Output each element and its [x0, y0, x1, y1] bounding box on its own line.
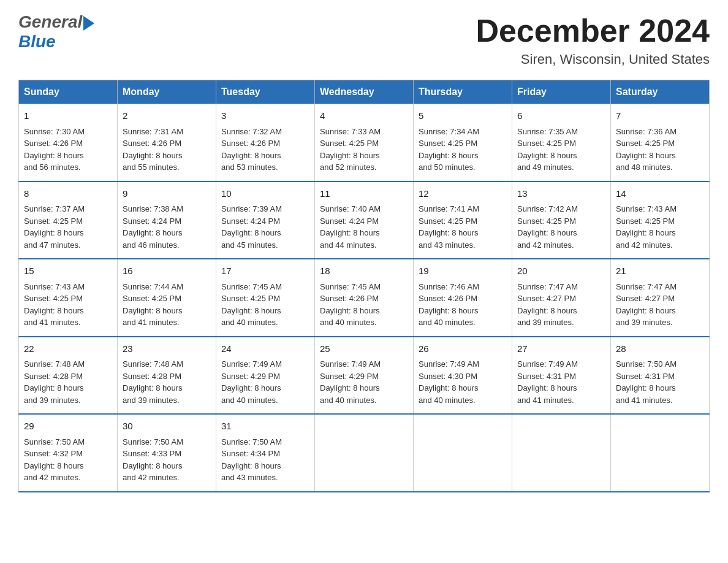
- day-info: Sunrise: 7:43 AM Sunset: 4:25 PM Dayligh…: [616, 204, 677, 250]
- day-number: 14: [616, 187, 704, 201]
- day-header-monday: Monday: [118, 80, 216, 104]
- calendar-cell: 18 Sunrise: 7:45 AM Sunset: 4:26 PM Dayl…: [315, 259, 414, 337]
- calendar-cell: 8 Sunrise: 7:37 AM Sunset: 4:25 PM Dayli…: [19, 182, 118, 259]
- day-info: Sunrise: 7:40 AM Sunset: 4:24 PM Dayligh…: [320, 204, 381, 250]
- calendar-cell: [414, 414, 512, 492]
- day-info: Sunrise: 7:38 AM Sunset: 4:24 PM Dayligh…: [123, 204, 183, 250]
- calendar-cell: 13 Sunrise: 7:42 AM Sunset: 4:25 PM Dayl…: [512, 182, 611, 259]
- calendar-cell: 14 Sunrise: 7:43 AM Sunset: 4:25 PM Dayl…: [611, 182, 710, 259]
- days-of-week-row: SundayMondayTuesdayWednesdayThursdayFrid…: [19, 80, 710, 104]
- day-info: Sunrise: 7:42 AM Sunset: 4:25 PM Dayligh…: [517, 204, 578, 250]
- day-number: 26: [419, 342, 507, 356]
- day-number: 19: [419, 264, 507, 278]
- day-info: Sunrise: 7:30 AM Sunset: 4:26 PM Dayligh…: [24, 127, 85, 172]
- day-info: Sunrise: 7:46 AM Sunset: 4:26 PM Dayligh…: [419, 282, 479, 327]
- page-header: General Blue December 2024 Siren, Wiscon…: [18, 12, 710, 67]
- calendar-cell: 12 Sunrise: 7:41 AM Sunset: 4:25 PM Dayl…: [414, 182, 512, 259]
- day-header-wednesday: Wednesday: [315, 80, 414, 104]
- calendar-cell: [315, 414, 414, 492]
- calendar-cell: 16 Sunrise: 7:44 AM Sunset: 4:25 PM Dayl…: [118, 259, 216, 337]
- day-number: 11: [320, 187, 408, 201]
- calendar-week-2: 8 Sunrise: 7:37 AM Sunset: 4:25 PM Dayli…: [19, 182, 710, 259]
- calendar-cell: 26 Sunrise: 7:49 AM Sunset: 4:30 PM Dayl…: [414, 337, 512, 415]
- day-number: 25: [320, 342, 408, 356]
- day-info: Sunrise: 7:39 AM Sunset: 4:24 PM Dayligh…: [221, 204, 282, 250]
- calendar-cell: 9 Sunrise: 7:38 AM Sunset: 4:24 PM Dayli…: [118, 182, 216, 259]
- day-info: Sunrise: 7:50 AM Sunset: 4:34 PM Dayligh…: [221, 437, 282, 483]
- main-title: December 2024: [476, 12, 710, 49]
- calendar-cell: 3 Sunrise: 7:32 AM Sunset: 4:26 PM Dayli…: [216, 104, 315, 182]
- calendar-cell: 19 Sunrise: 7:46 AM Sunset: 4:26 PM Dayl…: [414, 259, 512, 337]
- calendar-cell: [611, 414, 710, 492]
- day-info: Sunrise: 7:45 AM Sunset: 4:25 PM Dayligh…: [221, 282, 282, 327]
- day-number: 3: [221, 109, 309, 123]
- day-info: Sunrise: 7:36 AM Sunset: 4:25 PM Dayligh…: [616, 127, 677, 172]
- day-info: Sunrise: 7:50 AM Sunset: 4:31 PM Dayligh…: [616, 359, 677, 405]
- day-number: 12: [419, 187, 507, 201]
- logo: General Blue: [18, 12, 95, 52]
- day-number: 6: [517, 109, 605, 123]
- day-number: 7: [616, 109, 704, 123]
- day-number: 23: [123, 342, 211, 356]
- day-number: 13: [517, 187, 605, 201]
- day-number: 9: [123, 187, 211, 201]
- day-number: 29: [24, 419, 112, 434]
- calendar-week-3: 15 Sunrise: 7:43 AM Sunset: 4:25 PM Dayl…: [19, 259, 710, 337]
- day-number: 30: [123, 419, 211, 434]
- day-number: 31: [221, 419, 309, 434]
- day-info: Sunrise: 7:48 AM Sunset: 4:28 PM Dayligh…: [123, 359, 183, 405]
- calendar-cell: 15 Sunrise: 7:43 AM Sunset: 4:25 PM Dayl…: [19, 259, 118, 337]
- calendar-cell: 6 Sunrise: 7:35 AM Sunset: 4:25 PM Dayli…: [512, 104, 611, 182]
- logo-arrow-icon: [83, 16, 94, 31]
- calendar-cell: [512, 414, 611, 492]
- calendar-cell: 10 Sunrise: 7:39 AM Sunset: 4:24 PM Dayl…: [216, 182, 315, 259]
- calendar-cell: 25 Sunrise: 7:49 AM Sunset: 4:29 PM Dayl…: [315, 337, 414, 415]
- calendar-cell: 27 Sunrise: 7:49 AM Sunset: 4:31 PM Dayl…: [512, 337, 611, 415]
- day-info: Sunrise: 7:50 AM Sunset: 4:32 PM Dayligh…: [24, 437, 85, 483]
- day-header-tuesday: Tuesday: [216, 80, 315, 104]
- calendar-cell: 24 Sunrise: 7:49 AM Sunset: 4:29 PM Dayl…: [216, 337, 315, 415]
- calendar-cell: 1 Sunrise: 7:30 AM Sunset: 4:26 PM Dayli…: [19, 104, 118, 182]
- day-info: Sunrise: 7:44 AM Sunset: 4:25 PM Dayligh…: [123, 282, 183, 327]
- day-header-saturday: Saturday: [611, 80, 710, 104]
- logo-blue-text: Blue: [18, 32, 56, 51]
- day-header-friday: Friday: [512, 80, 611, 104]
- calendar-cell: 2 Sunrise: 7:31 AM Sunset: 4:26 PM Dayli…: [118, 104, 216, 182]
- calendar-cell: 5 Sunrise: 7:34 AM Sunset: 4:25 PM Dayli…: [414, 104, 512, 182]
- day-info: Sunrise: 7:34 AM Sunset: 4:25 PM Dayligh…: [419, 127, 479, 172]
- day-info: Sunrise: 7:47 AM Sunset: 4:27 PM Dayligh…: [616, 282, 677, 327]
- day-number: 5: [419, 109, 507, 123]
- day-info: Sunrise: 7:49 AM Sunset: 4:31 PM Dayligh…: [517, 359, 578, 405]
- subtitle: Siren, Wisconsin, United States: [476, 52, 710, 67]
- calendar-table: SundayMondayTuesdayWednesdayThursdayFrid…: [18, 80, 710, 492]
- day-info: Sunrise: 7:35 AM Sunset: 4:25 PM Dayligh…: [517, 127, 578, 172]
- day-number: 24: [221, 342, 309, 356]
- calendar-header: SundayMondayTuesdayWednesdayThursdayFrid…: [19, 80, 710, 104]
- calendar-week-4: 22 Sunrise: 7:48 AM Sunset: 4:28 PM Dayl…: [19, 337, 710, 415]
- day-number: 20: [517, 264, 605, 278]
- calendar-cell: 22 Sunrise: 7:48 AM Sunset: 4:28 PM Dayl…: [19, 337, 118, 415]
- calendar-cell: 21 Sunrise: 7:47 AM Sunset: 4:27 PM Dayl…: [611, 259, 710, 337]
- logo-name: General: [18, 12, 95, 32]
- day-info: Sunrise: 7:33 AM Sunset: 4:25 PM Dayligh…: [320, 127, 381, 172]
- day-number: 27: [517, 342, 605, 356]
- day-info: Sunrise: 7:43 AM Sunset: 4:25 PM Dayligh…: [24, 282, 85, 327]
- day-number: 21: [616, 264, 704, 278]
- day-info: Sunrise: 7:48 AM Sunset: 4:28 PM Dayligh…: [24, 359, 85, 405]
- day-info: Sunrise: 7:32 AM Sunset: 4:26 PM Dayligh…: [221, 127, 282, 172]
- calendar-cell: 4 Sunrise: 7:33 AM Sunset: 4:25 PM Dayli…: [315, 104, 414, 182]
- day-info: Sunrise: 7:31 AM Sunset: 4:26 PM Dayligh…: [123, 127, 183, 172]
- calendar-cell: 17 Sunrise: 7:45 AM Sunset: 4:25 PM Dayl…: [216, 259, 315, 337]
- calendar-body: 1 Sunrise: 7:30 AM Sunset: 4:26 PM Dayli…: [19, 104, 710, 492]
- day-info: Sunrise: 7:49 AM Sunset: 4:29 PM Dayligh…: [320, 359, 381, 405]
- day-number: 8: [24, 187, 112, 201]
- calendar-cell: 28 Sunrise: 7:50 AM Sunset: 4:31 PM Dayl…: [611, 337, 710, 415]
- day-number: 10: [221, 187, 309, 201]
- day-number: 15: [24, 264, 112, 278]
- logo-blue-label: Blue: [18, 32, 56, 52]
- calendar-cell: 7 Sunrise: 7:36 AM Sunset: 4:25 PM Dayli…: [611, 104, 710, 182]
- day-info: Sunrise: 7:41 AM Sunset: 4:25 PM Dayligh…: [419, 204, 479, 250]
- logo-general-text: General: [18, 12, 82, 32]
- day-info: Sunrise: 7:50 AM Sunset: 4:33 PM Dayligh…: [123, 437, 183, 483]
- day-number: 4: [320, 109, 408, 123]
